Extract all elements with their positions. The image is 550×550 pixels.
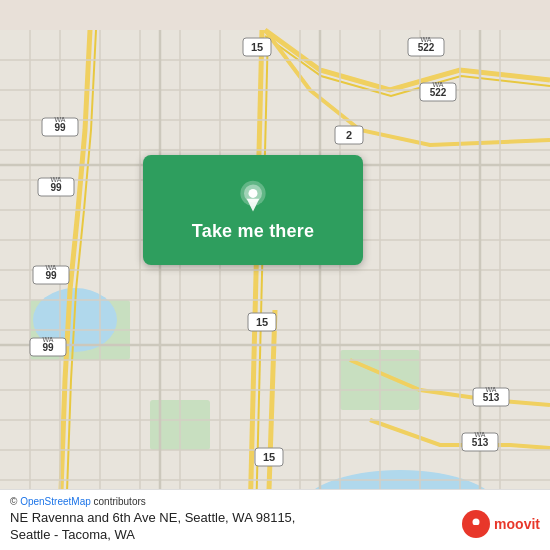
button-label: Take me there	[192, 221, 314, 242]
svg-text:WA: WA	[420, 36, 431, 43]
moovit-pin-icon	[466, 513, 486, 535]
svg-text:15: 15	[256, 316, 268, 328]
svg-text:WA: WA	[485, 386, 496, 393]
map-container: 522 WA 522 WA 99 WA 99 WA 99 WA 99 WA 15…	[0, 0, 550, 550]
svg-text:513: 513	[472, 437, 489, 448]
svg-text:99: 99	[50, 182, 62, 193]
address-line2: Seattle - Tacoma, WA	[10, 527, 135, 542]
svg-text:15: 15	[263, 451, 275, 463]
svg-text:WA: WA	[45, 264, 56, 271]
svg-text:15: 15	[251, 41, 263, 53]
contributors-text: contributors	[94, 496, 146, 507]
location-pin-icon	[235, 179, 271, 215]
address-line1: NE Ravenna and 6th Ave NE, Seattle, WA 9…	[10, 510, 295, 525]
svg-text:99: 99	[54, 122, 66, 133]
svg-text:513: 513	[483, 392, 500, 403]
svg-point-84	[473, 519, 480, 526]
svg-text:WA: WA	[54, 116, 65, 123]
svg-text:99: 99	[42, 342, 54, 353]
svg-text:WA: WA	[432, 81, 443, 88]
svg-text:WA: WA	[50, 176, 61, 183]
svg-text:WA: WA	[42, 336, 53, 343]
moovit-text: moovit	[494, 516, 540, 532]
svg-text:2: 2	[346, 129, 352, 141]
svg-text:522: 522	[430, 87, 447, 98]
map-svg: 522 WA 522 WA 99 WA 99 WA 99 WA 99 WA 15…	[0, 0, 550, 550]
take-me-there-button[interactable]: Take me there	[143, 155, 363, 265]
svg-point-81	[249, 188, 258, 197]
moovit-icon	[462, 510, 490, 538]
svg-text:522: 522	[418, 42, 435, 53]
osm-attribution: © OpenStreetMap contributors	[10, 496, 540, 507]
svg-text:99: 99	[45, 270, 57, 281]
location-text: NE Ravenna and 6th Ave NE, Seattle, WA 9…	[10, 510, 540, 544]
moovit-logo: moovit	[462, 510, 540, 538]
osm-link[interactable]: OpenStreetMap	[20, 496, 91, 507]
copyright-symbol: ©	[10, 496, 17, 507]
svg-text:WA: WA	[474, 431, 485, 438]
